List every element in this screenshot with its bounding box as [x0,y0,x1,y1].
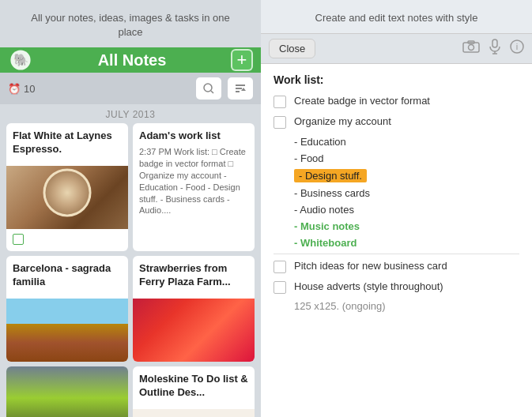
checklist-item: Pitch ideas for new business card [274,259,519,273]
svg-text:i: i [516,42,518,51]
note-image-moleskine [133,409,255,417]
evernote-icon: 🐘 [8,47,33,73]
notes-grid: Flat White at Laynes Espresso. Adam's wo… [0,123,261,417]
search-bar: ⏰ 10 [0,73,261,104]
indent-text: - Audio notes [294,204,354,216]
note-title: Barcelona - sagrada familia [13,262,122,289]
date-separator: JULY 2013 [0,104,261,123]
microphone-icon[interactable] [489,39,500,58]
note-image-coffee [6,166,128,229]
indent-item: - Education [274,136,519,148]
header-title: All Notes [33,51,231,70]
svg-text:🐘: 🐘 [13,52,29,67]
editor-content: Work list: Create badge in vector format… [261,64,532,417]
header-bar: 🐘 All Notes + [0,47,261,73]
checklist-checkbox[interactable] [274,96,286,108]
checklist-text: Pitch ideas for new business card [294,259,447,273]
note-body: 2:37 PM Work list: □ Create badge in vec… [139,146,248,216]
svg-point-2 [204,84,212,92]
highlight-item: - Design stuff. [274,169,519,182]
note-card-strawberries[interactable]: Strawberries from Ferry Plaza Farm... [133,256,255,362]
svg-rect-18 [492,39,497,47]
note-checkbox [13,234,24,245]
indent-text: - Food [294,152,324,164]
left-tagline: All your notes, ideas, images & tasks in… [0,0,261,47]
toolbar-icons: i [462,39,524,58]
camera-icon[interactable] [462,40,480,57]
indent-item: - Audio notes [274,204,519,216]
note-title: Adam's work list [139,130,248,143]
checklist-text: Organize my account [294,115,391,129]
checklist-item: House adverts (style throughout) [274,280,519,294]
note-image-barcelona [6,299,128,362]
green-text: - Music notes [294,220,360,232]
checklist-item: Create badge in vector format [274,94,519,108]
left-panel: All your notes, ideas, images & tasks in… [0,0,261,417]
indent-item: - Food [274,152,519,164]
checklist-text: Create badge in vector format [294,94,430,108]
editor-toolbar: Close i [261,33,532,64]
indent-item: - Business cards [274,187,519,199]
svg-line-3 [211,91,213,93]
note-title: Moleskine To Do list & Outline Des... [139,373,248,400]
checklist-checkbox[interactable] [274,116,286,129]
note-card-barcelona[interactable]: Barcelona - sagrada familia [6,256,128,362]
checklist-item: Organize my account [274,115,519,129]
indent-text: - Education [294,136,346,148]
indent-item-green: - Whiteboard [274,237,519,249]
svg-rect-4 [236,85,245,86]
indent-text: - Business cards [294,187,370,199]
alarm-icon: ⏰ [8,83,21,95]
checklist-text: House adverts (style throughout) [294,280,443,294]
note-card-dublin[interactable]: Guide to Dublin 2:35 PM The Ha'penny Bri… [6,366,128,417]
note-card-flat-white[interactable]: Flat White at Laynes Espresso. [6,123,128,251]
editor-title: Work list: [274,73,519,86]
note-image-dublin [6,366,128,417]
sort-button[interactable] [228,77,253,100]
note-title: Flat White at Laynes Espresso. [13,130,122,156]
note-card-adams-work[interactable]: Adam's work list 2:37 PM Work list: □ Cr… [133,123,255,251]
note-card-moleskine[interactable]: Moleskine To Do list & Outline Des... [133,366,255,417]
search-button[interactable] [196,77,221,100]
note-image-strawberries [133,299,255,362]
note-footnote: 125 x125. (ongoing) [274,300,519,312]
add-note-button[interactable]: + [231,49,253,71]
note-count: ⏰ 10 [8,83,35,95]
green-text: - Whiteboard [294,237,357,249]
note-count-value: 10 [24,83,35,95]
svg-rect-5 [236,88,242,89]
checklist-checkbox[interactable] [274,261,286,273]
close-button[interactable]: Close [269,39,315,58]
indent-item-green: - Music notes [274,220,519,232]
right-tagline: Create and edit text notes with style [261,0,532,33]
svg-rect-6 [236,91,240,92]
note-title: Strawberries from Ferry Plaza Farm... [139,262,248,289]
checklist-checkbox[interactable] [274,281,286,294]
highlighted-text: - Design stuff. [294,169,367,182]
divider [274,254,519,254]
right-panel: Create and edit text notes with style Cl… [261,0,532,417]
svg-point-16 [469,45,474,51]
info-icon[interactable]: i [510,39,524,58]
